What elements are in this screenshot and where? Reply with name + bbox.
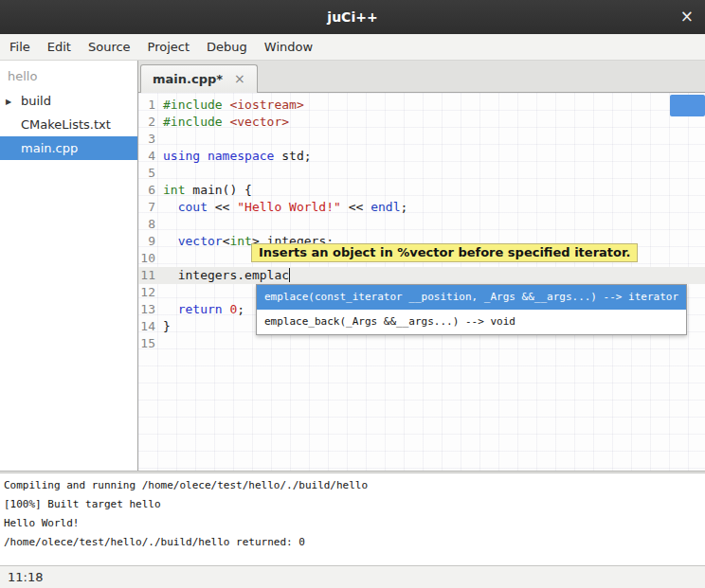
code-line-7: 7 cout << "Hello World!" << endl; <box>138 199 705 216</box>
line-number: 13 <box>138 301 163 318</box>
line-number: 9 <box>138 233 163 250</box>
tab-label: main.cpp* <box>153 72 223 86</box>
line-number: 15 <box>138 335 163 352</box>
window-title: juCi++ <box>0 0 705 34</box>
code-text: int main() { <box>163 182 252 199</box>
line-number: 7 <box>138 199 163 216</box>
code-text: #include <iostream> <box>163 97 304 114</box>
status-bar: 11:18 <box>0 565 705 588</box>
sidebar-item-build[interactable]: ▶build <box>0 89 137 113</box>
code-line-4: 4using namespace std; <box>138 148 705 165</box>
sidebar-item-main-cpp[interactable]: main.cpp <box>0 136 137 160</box>
output-line: [100%] Built target hello <box>4 495 705 514</box>
line-number: 12 <box>138 284 163 301</box>
line-number: 5 <box>138 165 163 182</box>
code-text: } <box>163 318 171 335</box>
code-line-6: 6int main() { <box>138 182 705 199</box>
completion-item-0[interactable]: emplace(const_iterator __position, _Args… <box>257 285 686 310</box>
completion-popup: emplace(const_iterator __position, _Args… <box>256 284 687 335</box>
text-cursor <box>289 268 290 282</box>
menu-debug[interactable]: Debug <box>198 34 256 60</box>
sidebar-item-label: main.cpp <box>21 141 78 155</box>
file-tree: hello ▶buildCMakeLists.txtmain.cpp <box>0 61 138 471</box>
line-number: 3 <box>138 131 163 148</box>
tab-close-icon[interactable]: × <box>234 71 245 86</box>
sidebar-item-cmakelists-txt[interactable]: CMakeLists.txt <box>0 113 137 136</box>
menu-bar: FileEditSourceProjectDebugWindow <box>0 34 705 61</box>
code-line-8: 8 <box>138 216 705 233</box>
code-text: using namespace std; <box>163 148 312 165</box>
output-line: Hello World! <box>4 514 705 533</box>
line-number: 1 <box>138 97 163 114</box>
scrollbar-thumb[interactable] <box>670 95 705 116</box>
code-line-3: 3 <box>138 131 705 148</box>
tab-bar: main.cpp*× <box>138 61 705 93</box>
code-line-2: 2#include <vector> <box>138 114 705 131</box>
code-line-1: 1#include <iostream> <box>138 97 705 114</box>
menu-source[interactable]: Source <box>80 34 139 60</box>
line-number: 6 <box>138 182 163 199</box>
code-editor[interactable]: 1#include <iostream>2#include <vector>34… <box>138 93 705 471</box>
output-line: /home/olece/test/hello/./build/hello ret… <box>4 533 705 552</box>
code-text: integers.emplac <box>163 267 290 284</box>
code-text: #include <vector> <box>163 114 289 131</box>
close-icon[interactable]: × <box>680 0 694 32</box>
expander-icon[interactable]: ▶ <box>6 90 21 114</box>
app-window: juCi++ × FileEditSourceProjectDebugWindo… <box>0 0 705 588</box>
line-number: 14 <box>138 318 163 335</box>
line-number: 4 <box>138 148 163 165</box>
line-number: 11 <box>138 267 163 284</box>
line-number: 10 <box>138 250 163 267</box>
menu-edit[interactable]: Edit <box>39 34 80 60</box>
menu-project[interactable]: Project <box>139 34 198 60</box>
cursor-position: 11:18 <box>8 570 43 584</box>
code-line-11: 11 integers.emplac <box>138 267 705 284</box>
output-panel: Compiling and running /home/olece/test/h… <box>0 473 705 565</box>
sidebar-item-label: build <box>21 94 51 108</box>
code-text: return 0; <box>163 301 244 318</box>
output-line: Compiling and running /home/olece/test/h… <box>4 476 705 495</box>
editor-region: main.cpp*× 1#include <iostream>2#include… <box>138 61 705 471</box>
code-text: cout << "Hello World!" << endl; <box>163 199 407 216</box>
sidebar-item-label: CMakeLists.txt <box>21 117 111 132</box>
line-number: 2 <box>138 114 163 131</box>
title-bar[interactable]: juCi++ × <box>0 0 705 34</box>
project-name: hello <box>0 64 137 89</box>
file-tree-items: ▶buildCMakeLists.txtmain.cpp <box>0 89 137 160</box>
tab-main-cpp[interactable]: main.cpp*× <box>140 64 258 93</box>
menu-file[interactable]: File <box>1 34 39 60</box>
code-line-5: 5 <box>138 165 705 182</box>
code-line-15: 15 <box>138 335 705 352</box>
line-number: 8 <box>138 216 163 233</box>
doc-tooltip: Inserts an object in %vector before spec… <box>251 243 638 262</box>
menu-window[interactable]: Window <box>256 34 321 60</box>
completion-item-1[interactable]: emplace_back(_Args &&__args...) --> void <box>257 310 686 334</box>
